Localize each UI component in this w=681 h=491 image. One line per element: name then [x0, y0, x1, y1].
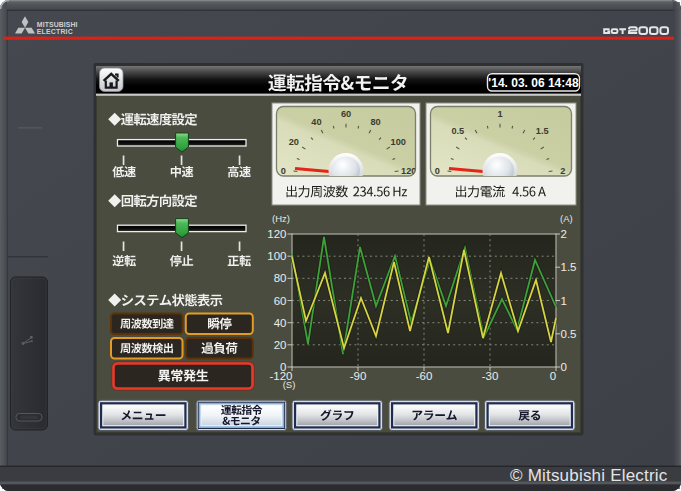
svg-text:0: 0 [435, 166, 440, 176]
svg-text:60: 60 [341, 109, 351, 119]
svg-text:1.5: 1.5 [536, 126, 549, 136]
svg-text:40: 40 [274, 317, 287, 329]
svg-text:ELECTRIC: ELECTRIC [37, 28, 73, 35]
svg-text:40: 40 [311, 117, 321, 127]
svg-text:-90: -90 [350, 370, 367, 382]
svg-text:60: 60 [274, 295, 287, 307]
svg-text:MITSUBISHI: MITSUBISHI [37, 21, 78, 28]
svg-text:© Mitsubishi Electric: © Mitsubishi Electric [510, 466, 668, 485]
svg-text:80: 80 [370, 117, 380, 127]
svg-text:100: 100 [267, 250, 286, 262]
svg-text:1.5: 1.5 [561, 261, 577, 273]
svg-text:0.5: 0.5 [451, 126, 464, 136]
svg-text:0.5: 0.5 [561, 328, 577, 340]
svg-text:100: 100 [391, 137, 406, 147]
svg-text:2: 2 [560, 166, 565, 176]
svg-text:'14. 03. 06 14:48: '14. 03. 06 14:48 [488, 76, 579, 90]
svg-text:1: 1 [497, 109, 502, 119]
svg-text:(A): (A) [560, 213, 573, 224]
svg-text:20: 20 [289, 137, 299, 147]
svg-text:-60: -60 [416, 370, 433, 382]
svg-text:0: 0 [550, 370, 556, 382]
svg-text:0: 0 [281, 166, 286, 176]
svg-text:-30: -30 [482, 370, 499, 382]
svg-text:120: 120 [267, 228, 286, 240]
svg-text:0: 0 [561, 361, 567, 373]
svg-text:(Hz): (Hz) [272, 213, 290, 224]
svg-text:2: 2 [561, 228, 567, 240]
svg-text:(S): (S) [283, 379, 296, 390]
svg-text:80: 80 [274, 272, 287, 284]
svg-text:1: 1 [561, 295, 567, 307]
svg-text:20: 20 [274, 339, 287, 351]
